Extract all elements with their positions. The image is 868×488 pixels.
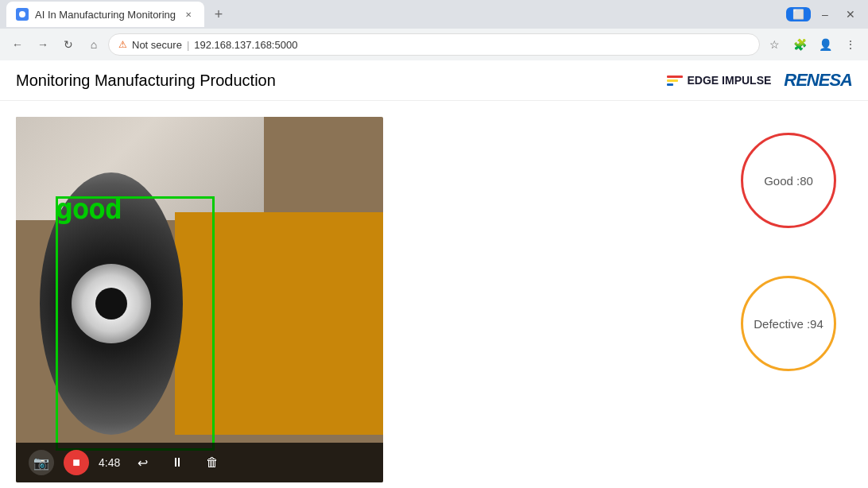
home-button[interactable]: ⌂ — [83, 33, 105, 56]
page-body: good 📷 ■ 4:48 ↩ ⏸ 🗑 Good :80 Defective :… — [0, 101, 868, 488]
minimize-button[interactable]: – — [814, 3, 836, 25]
security-warning: ⚠ — [118, 39, 127, 50]
good-metric-label: Good :80 — [764, 174, 813, 188]
nav-actions: ☆ 🧩 👤 ⋮ — [763, 33, 862, 56]
back-button[interactable]: ← — [6, 33, 29, 56]
bookmark-button[interactable]: ☆ — [763, 33, 785, 56]
page-content: Monitoring Manufacturing Production EDGE… — [0, 60, 868, 488]
menu-button[interactable]: ⋮ — [839, 33, 862, 56]
tab-close-button[interactable]: ✕ — [182, 8, 195, 21]
edge-impulse-logo: EDGE IMPULSE — [667, 74, 772, 87]
rewind-button[interactable]: ↩ — [130, 450, 155, 475]
edge-impulse-text: EDGE IMPULSE — [688, 74, 772, 87]
address-bar[interactable]: ⚠ Not secure | 192.168.137.168:5000 — [108, 33, 760, 56]
address-separator: | — [187, 39, 189, 51]
defective-metric-label: Defective :94 — [754, 317, 823, 331]
edge-impulse-icon — [667, 76, 683, 86]
renesa-text: RENESA — [784, 70, 852, 90]
active-tab[interactable]: AI In Manufacturing Monitoring ✕ — [6, 2, 204, 27]
defective-metric-circle: Defective :94 — [741, 276, 836, 371]
renesa-logo: RENESA — [784, 70, 852, 91]
logos-container: EDGE IMPULSE RENESA — [667, 70, 852, 91]
video-player: good 📷 ■ 4:48 ↩ ⏸ 🗑 — [16, 117, 383, 482]
good-metric-circle: Good :80 — [741, 133, 836, 228]
refresh-button[interactable]: ↻ — [57, 33, 79, 56]
browser-chrome: AI In Manufacturing Monitoring ✕ + ⬜ – ✕… — [0, 0, 868, 60]
page-title: Monitoring Manufacturing Production — [16, 72, 276, 90]
tab-bar: AI In Manufacturing Monitoring ✕ + ⬜ – ✕ — [0, 0, 868, 29]
stop-button[interactable]: ■ — [64, 450, 89, 475]
nav-bar: ← → ↻ ⌂ ⚠ Not secure | 192.168.137.168:5… — [0, 29, 868, 60]
pause-button[interactable]: ⏸ — [165, 450, 190, 475]
close-window-button[interactable]: ✕ — [839, 3, 862, 25]
svg-point-0 — [19, 11, 25, 17]
right-panel: Good :80 Defective :94 — [415, 117, 852, 482]
forward-button[interactable]: → — [32, 33, 54, 56]
delete-button[interactable]: 🗑 — [200, 450, 225, 475]
not-secure-text: Not secure — [132, 39, 182, 51]
camera-button[interactable]: 📷 — [29, 450, 54, 475]
tab-title: AI In Manufacturing Monitoring — [35, 9, 176, 21]
page-header: Monitoring Manufacturing Production EDGE… — [0, 60, 868, 101]
video-controls[interactable]: 📷 ■ 4:48 ↩ ⏸ 🗑 — [16, 443, 383, 482]
new-tab-button[interactable]: + — [207, 3, 230, 25]
detection-label: good — [56, 192, 122, 225]
profile-button[interactable]: 👤 — [814, 33, 836, 56]
tab-favicon — [16, 8, 29, 21]
url-text: 192.168.137.168:5000 — [194, 39, 297, 51]
detection-bounding-box: good — [56, 196, 215, 451]
extensions-button[interactable]: 🧩 — [789, 33, 811, 56]
maximize-button[interactable]: ⬜ — [786, 7, 811, 21]
time-display: 4:48 — [99, 456, 120, 469]
